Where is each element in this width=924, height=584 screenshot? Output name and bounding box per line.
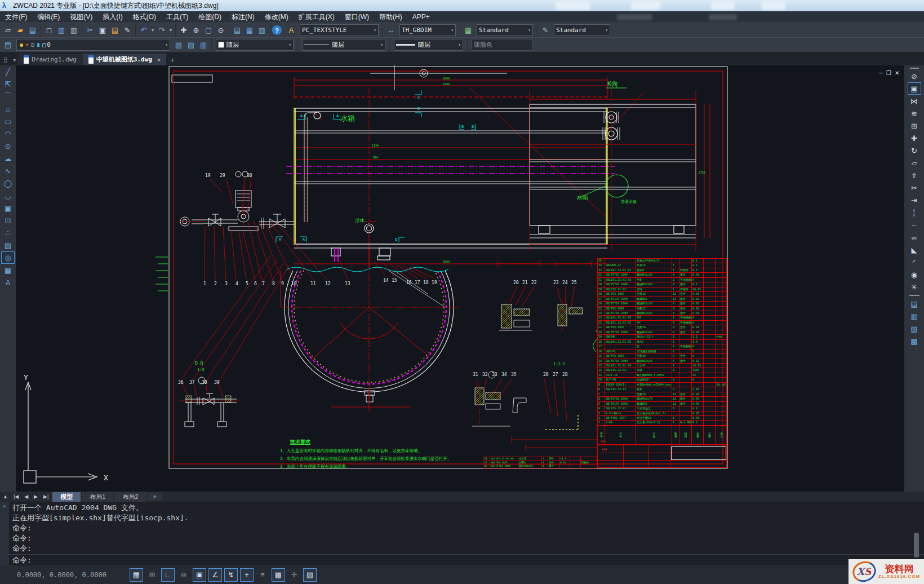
mleader-style-icon[interactable]: ✎ <box>539 24 552 37</box>
status-polar-toggle[interactable]: ⊚ <box>177 568 190 582</box>
layout-nav-1[interactable]: |◀ <box>11 494 21 499</box>
tab-close-icon[interactable]: ✕ <box>157 56 161 63</box>
drawing-canvas[interactable]: Y X 水箱浮球普通水箱K向水箱D-D1:51:2.54500430011309… <box>16 65 904 492</box>
status-angle-snap-toggle[interactable]: ∠ <box>208 568 222 582</box>
erase-button[interactable]: ⊘ <box>908 70 921 82</box>
chamfer-button[interactable]: ◣ <box>908 244 921 256</box>
text-style-icon[interactable]: A <box>285 24 297 37</box>
copy-button[interactable]: ▣ <box>908 82 921 95</box>
color-combo[interactable]: 随层 ▾ <box>216 39 294 51</box>
array-button[interactable]: ⊞ <box>908 120 921 132</box>
chevron-down-icon[interactable]: ▾ <box>165 42 168 47</box>
join-button[interactable]: ∞ <box>908 231 921 244</box>
spline-button[interactable]: ∿ <box>1 165 15 177</box>
tool-palette-button[interactable]: ▥ <box>256 24 268 37</box>
menu-item-12[interactable]: APP+ <box>407 12 435 22</box>
status-dynamic-input-toggle[interactable]: + <box>240 568 254 582</box>
doc-tab[interactable]: Drawing1.dwg <box>18 54 82 65</box>
bring-to-front-button[interactable]: ▤ <box>908 298 921 310</box>
ellipse-button[interactable]: ◯ <box>1 177 15 189</box>
zoom-previous-button[interactable]: ⊖ <box>215 24 227 37</box>
arc-button[interactable]: ◠ <box>1 127 15 140</box>
layout-add-button[interactable]: + <box>148 493 162 501</box>
layout-nav-0[interactable]: ▲ <box>0 494 11 499</box>
break-at-point-button[interactable]: ╎ <box>908 206 921 219</box>
layer-previous-button[interactable]: ▧ <box>172 39 185 51</box>
break-button[interactable]: ┄ <box>908 219 921 231</box>
chevron-down-icon[interactable]: ▾ <box>374 28 376 33</box>
layout-nav-3[interactable]: ▶ <box>31 494 41 499</box>
polygon-button[interactable]: ⌂ <box>1 103 15 115</box>
new-drawing-tab-button[interactable]: + <box>167 54 178 65</box>
make-block-button[interactable]: ⊡ <box>1 214 15 227</box>
text-style-combo[interactable]: PC_TEXTSTYLE ▾ <box>300 24 379 36</box>
doc-tab[interactable]: 中望机械图纸3.dwg✕ <box>83 54 166 65</box>
lineweight-combo[interactable]: 随层 ▾ <box>394 39 463 51</box>
offset-button[interactable]: ≋ <box>908 107 921 120</box>
status-snap-tracking-toggle[interactable]: ↯ <box>224 568 238 582</box>
chevron-down-icon[interactable]: ▾ <box>605 28 608 33</box>
trim-button[interactable]: ✂ <box>908 182 921 194</box>
copy-clip-button[interactable]: ▣ <box>96 24 109 37</box>
child-minimize-button[interactable]: ─ <box>879 70 886 76</box>
line-button[interactable]: ╱ <box>1 65 15 78</box>
table-button[interactable]: ▦ <box>1 264 15 276</box>
layer-isolate-button[interactable]: ▨ <box>185 39 197 51</box>
menu-item-8[interactable]: 修改(M) <box>260 11 294 23</box>
toolbar-grip-icon[interactable]: ⣿ <box>0 57 10 65</box>
status-viewport-toggle-toggle[interactable]: ▧ <box>303 568 317 582</box>
match-properties-button[interactable]: ✎ <box>121 24 134 37</box>
menu-item-5[interactable]: 工具(T) <box>161 11 193 23</box>
rectangle-button[interactable]: ▭ <box>1 115 15 127</box>
status-object-snap-toggle[interactable]: ▣ <box>193 568 206 582</box>
layout-nav-4[interactable]: ▶| <box>41 494 51 499</box>
mtext-button[interactable]: A <box>1 276 15 289</box>
child-restore-button[interactable]: ❐ <box>886 70 895 76</box>
drawing-svg[interactable]: Y X 水箱浮球普通水箱K向水箱D-D1:51:2.54500430011309… <box>16 65 904 492</box>
menu-item-2[interactable]: 视图(V) <box>65 11 97 23</box>
status-dynamic-ucs-toggle[interactable]: ✛ <box>287 568 301 582</box>
circle-button[interactable]: ⊙ <box>1 140 15 152</box>
layer-states-button[interactable]: ▥ <box>197 39 210 51</box>
hatch-button[interactable]: ▨ <box>1 239 15 251</box>
save-button[interactable]: ▤ <box>26 24 39 37</box>
command-prompt[interactable]: 命令: <box>12 555 32 565</box>
dim-style-icon[interactable]: ↔ <box>385 24 397 37</box>
new-button[interactable]: ▱ <box>2 24 14 37</box>
tab-overflow-icon[interactable]: ▾ <box>10 57 18 65</box>
layout-tab-布局1[interactable]: 布局1 <box>82 492 113 502</box>
zoom-realtime-button[interactable]: ⊕ <box>190 24 202 37</box>
layout-nav-2[interactable]: ◀ <box>21 494 31 499</box>
menu-item-1[interactable]: 编辑(E) <box>32 11 65 23</box>
layout-tab-布局2[interactable]: 布局2 <box>114 492 146 502</box>
status-lineweight-display-toggle[interactable]: ≡ <box>256 568 269 582</box>
publish-button[interactable]: ▥ <box>68 24 80 37</box>
send-under-button[interactable]: ▩ <box>908 335 921 347</box>
status-ortho-toggle[interactable]: ∟ <box>161 568 175 582</box>
child-close-button[interactable]: ✕ <box>895 70 903 76</box>
mleader-style-combo[interactable]: Standard ▾ <box>554 24 610 36</box>
pan-button[interactable]: ✚ <box>177 24 190 37</box>
ellipse-arc-button[interactable]: ◡ <box>1 189 15 202</box>
chevron-down-icon[interactable]: ▾ <box>380 42 383 47</box>
help-button[interactable]: ? <box>272 25 282 35</box>
menu-item-11[interactable]: 帮助(H) <box>374 11 407 23</box>
command-window[interactable]: ✕ 打开一个 AutoCAD 2004 DWG 文件。正在用字型[simplex… <box>0 502 924 565</box>
scale-button[interactable]: ▱ <box>908 157 921 169</box>
command-scroll-thumb[interactable] <box>914 533 919 558</box>
explode-button[interactable]: ✳ <box>908 281 921 293</box>
chevron-down-icon[interactable]: ▾ <box>451 28 454 33</box>
mirror-button[interactable]: ⋈ <box>908 95 921 107</box>
table-style-icon[interactable]: ▦ <box>462 24 474 37</box>
chevron-down-icon[interactable]: ▾ <box>458 42 461 47</box>
menu-item-4[interactable]: 格式(O) <box>128 11 161 23</box>
linetype-combo[interactable]: 随层 ▾ <box>302 39 385 51</box>
fillet-button[interactable]: ◜ <box>908 256 921 268</box>
dim-style-combo[interactable]: TH_GBDIM ▾ <box>399 24 456 36</box>
menu-item-6[interactable]: 绘图(D) <box>193 11 226 23</box>
table-style-combo[interactable]: Standard ▾ <box>477 24 533 36</box>
menu-item-3[interactable]: 插入(I) <box>97 11 127 23</box>
stretch-button[interactable]: ⇧ <box>908 169 921 182</box>
plot-button[interactable]: ▥ <box>55 24 68 37</box>
layout-tab-模型[interactable]: 模型 <box>52 492 81 502</box>
